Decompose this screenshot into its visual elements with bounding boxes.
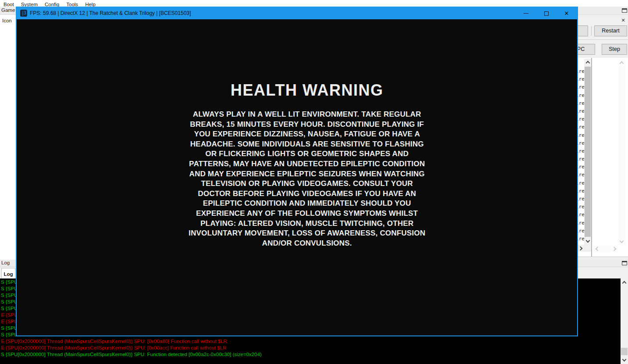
scroll-right-icon[interactable] <box>578 245 585 252</box>
toolbar-separator <box>591 26 592 36</box>
menu-bar: BootSystemConfigToolsHelp <box>0 0 628 7</box>
health-warning: HEALTH WARNING ALWAYS PLAY IN A WELL LIT… <box>182 82 432 248</box>
close-button[interactable]: ✕ <box>557 7 577 19</box>
health-warning-line: EXPERIENCE ANY OF THE FOLLOWING SYMPTOMS… <box>182 209 432 219</box>
game-list-column-header-icon[interactable]: Icon <box>2 18 12 23</box>
health-warning-line: EPILEPTIC CONDITION AND IMMEDIATELY SHOU… <box>182 199 432 209</box>
health-warning-line: ALWAYS PLAY IN A WELL LIT ENVIRONMENT. T… <box>182 110 432 120</box>
rpcs3-app-icon: |3 <box>20 10 27 17</box>
health-warning-line: PATTERNS, MAY HAVE AN UNDETECTED EPILEPT… <box>182 159 432 169</box>
log-dock-title: Log <box>1 260 10 265</box>
restart-button[interactable]: Restart <box>594 25 627 36</box>
health-warning-title: HEALTH WARNING <box>182 82 432 99</box>
scroll-up-icon[interactable] <box>621 279 628 286</box>
log-line: S {SPU[0x2000000] Thread (MainSpursCellS… <box>1 351 615 358</box>
dock-float-icon[interactable] <box>622 261 627 265</box>
scroll-left-icon[interactable] <box>593 245 600 252</box>
health-warning-body: ALWAYS PLAY IN A WELL LIT ENVIRONMENT. T… <box>182 110 432 248</box>
game-window-title: FPS: 59.68 | DirectX 12 | The Ratchet & … <box>30 7 191 19</box>
health-warning-line: AND MAY EXPERIENCE EPILEPTIC SEIZURES WH… <box>182 169 432 179</box>
health-warning-line: BREAKS, 15 MINUTES EVERY HOUR. DISCONTIN… <box>182 120 432 130</box>
scroll-down-icon[interactable] <box>621 357 628 364</box>
health-warning-line: HEADACHE. SOME INDIVIDUALS ARE SENSITIVE… <box>182 139 432 150</box>
scrollbar-thumb[interactable] <box>621 348 628 355</box>
health-warning-line: AND/OR CONVULSIONS. <box>182 239 432 249</box>
game-render-area: HEALTH WARNING ALWAYS PLAY IN A WELL LIT… <box>17 19 577 335</box>
health-warning-line: DOCTOR BEFORE PLAYING VIDEOGAMES IF YOU … <box>182 189 432 199</box>
scroll-up-icon[interactable] <box>618 59 625 66</box>
scroll-down-icon[interactable] <box>618 238 625 245</box>
maximize-button[interactable] <box>536 7 557 19</box>
registers-vertical-scrollbar[interactable] <box>618 59 626 245</box>
scrollbar-thumb[interactable] <box>585 67 591 237</box>
game-window-titlebar[interactable]: |3 FPS: 59.68 | DirectX 12 | The Ratchet… <box>17 7 577 19</box>
step-button[interactable]: Step <box>602 44 627 55</box>
scroll-up-icon[interactable] <box>584 59 591 66</box>
debugger-close-icon[interactable]: ✕ <box>620 17 626 23</box>
health-warning-line: PLAYING: ALTERED VISION, MUSCLE TWITCHIN… <box>182 219 432 229</box>
log-vertical-scrollbar[interactable] <box>621 278 628 364</box>
rpcs3-main-window: BootSystemConfigToolsHelp Game L Icon ✕ … <box>0 0 628 364</box>
health-warning-line: OR FLICKERING LIGHTS OR GEOMETRIC SHAPES… <box>182 149 432 159</box>
maximize-icon <box>544 11 549 16</box>
minimize-button[interactable] <box>516 7 536 19</box>
health-warning-line: TELEVISION OR PLAYING VIDEOGAMES. CONSUL… <box>182 179 432 189</box>
menu-item[interactable]: Boot <box>0 1 18 8</box>
disassembly-vertical-scrollbar[interactable] <box>584 59 591 245</box>
health-warning-line: YOU EXPERIENCE DIZZINESS, NAUSEA, FATIGU… <box>182 129 432 139</box>
registers-horizontal-scrollbar[interactable] <box>593 245 617 252</box>
scroll-down-icon[interactable] <box>584 238 591 245</box>
game-output-window: |3 FPS: 59.68 | DirectX 12 | The Ratchet… <box>16 7 578 336</box>
log-line: E {SPU[0x2000000] Thread (MainSpursCellS… <box>1 338 615 345</box>
log-line: E {SPU[0x2000000] Thread (MainSpursCellS… <box>1 345 615 351</box>
minimize-icon <box>524 13 528 14</box>
health-warning-line: INVOLUNTARY MOVEMENT, LOSS OF AWARENESS,… <box>182 228 432 239</box>
scroll-right-icon[interactable] <box>611 245 618 252</box>
dock-float-icon[interactable] <box>622 8 627 13</box>
